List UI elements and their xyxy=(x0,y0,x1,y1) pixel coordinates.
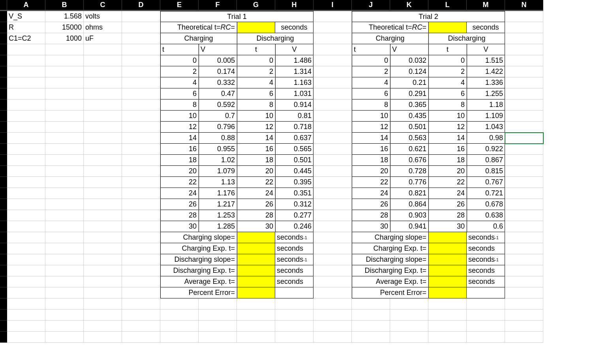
trial2-chg-t[interactable]: 2 xyxy=(352,66,390,77)
trial2-percent_error-unit[interactable] xyxy=(467,287,505,298)
trial1-dis-t[interactable]: 2 xyxy=(237,66,275,77)
trial2-dis-v[interactable]: 1.515 xyxy=(467,55,505,66)
trial2-dis-v[interactable]: 1.255 xyxy=(467,88,505,99)
cell[interactable] xyxy=(390,321,428,332)
cell[interactable] xyxy=(237,298,275,310)
row-stub[interactable] xyxy=(0,22,7,33)
trial2-dis-v[interactable]: 0.721 xyxy=(467,188,505,199)
trial2-dis-v-hdr[interactable]: V xyxy=(467,44,505,55)
row-stub[interactable] xyxy=(0,210,7,221)
trial1-chg-t[interactable]: 28 xyxy=(160,210,199,221)
trial1-chg-v[interactable]: 0.47 xyxy=(199,88,237,99)
trial1-chg-v[interactable]: 1.079 xyxy=(199,166,237,177)
cell[interactable] xyxy=(7,88,45,99)
cell[interactable] xyxy=(314,243,352,254)
cell[interactable] xyxy=(84,243,122,254)
cell[interactable] xyxy=(7,265,45,276)
cell[interactable] xyxy=(314,77,352,88)
row-stub[interactable] xyxy=(0,166,7,177)
cell[interactable] xyxy=(314,66,352,77)
trial2-dis-v[interactable]: 1.18 xyxy=(467,99,505,111)
trial1-chg-v[interactable]: 1.285 xyxy=(199,221,237,232)
row-stub[interactable] xyxy=(0,111,7,122)
cell[interactable] xyxy=(84,177,122,188)
trial1-chg-v[interactable]: 0.7 xyxy=(199,111,237,122)
cell[interactable] xyxy=(122,155,160,166)
trial2-chg-t[interactable]: 8 xyxy=(352,99,390,111)
trial1-dis-t[interactable]: 22 xyxy=(237,177,275,188)
trial1-average_exp-value[interactable] xyxy=(237,276,275,287)
trial2-dis-t[interactable]: 20 xyxy=(428,166,467,177)
row-stub[interactable] xyxy=(0,332,7,343)
cell[interactable] xyxy=(84,321,122,332)
row-stub[interactable] xyxy=(0,188,7,199)
col-header-K[interactable]: K xyxy=(390,0,428,11)
trial1-dis-v[interactable]: 0.81 xyxy=(275,111,314,122)
trial2-dis-v[interactable]: 0.922 xyxy=(467,144,505,155)
trial1-dis-v-hdr[interactable]: V xyxy=(275,44,314,55)
trial1-chg-v[interactable]: 0.796 xyxy=(199,122,237,133)
trial2-percent_error-label[interactable]: Percent Error= xyxy=(352,287,428,298)
trial2-discharging_exp-unit[interactable]: seconds xyxy=(467,265,505,276)
cell[interactable] xyxy=(505,22,543,33)
cell[interactable] xyxy=(505,88,543,99)
trial1-dis-t-hdr[interactable]: t xyxy=(237,44,275,55)
trial1-chg-v[interactable]: 1.253 xyxy=(199,210,237,221)
trial2-chg-v[interactable]: 0.621 xyxy=(390,144,428,155)
trial2-chg-t[interactable]: 0 xyxy=(352,55,390,66)
trial1-chg-t[interactable]: 4 xyxy=(160,77,199,88)
trial2-dis-v[interactable]: 0.6 xyxy=(467,221,505,232)
trial2-chg-t[interactable]: 14 xyxy=(352,133,390,144)
cell[interactable] xyxy=(505,11,543,22)
cell[interactable] xyxy=(122,66,160,77)
col-header-A[interactable]: A xyxy=(7,0,45,11)
trial1-dis-v[interactable]: 0.246 xyxy=(275,221,314,232)
trial2-dis-v[interactable]: 1.336 xyxy=(467,77,505,88)
cell[interactable] xyxy=(7,77,45,88)
trial1-discharging_slope-value[interactable] xyxy=(237,254,275,265)
trial2-charging_slope-value[interactable] xyxy=(428,232,467,243)
trial1-percent_error-value[interactable] xyxy=(237,287,275,298)
cell[interactable] xyxy=(45,243,84,254)
cell[interactable] xyxy=(122,122,160,133)
cell[interactable] xyxy=(7,133,45,144)
row-stub[interactable] xyxy=(0,265,7,276)
trial2-chg-v[interactable]: 0.821 xyxy=(390,188,428,199)
cell[interactable] xyxy=(45,287,84,298)
row-stub[interactable] xyxy=(0,232,7,243)
cell[interactable] xyxy=(160,298,199,310)
cell[interactable] xyxy=(428,298,467,310)
cell[interactable] xyxy=(122,210,160,221)
trial1-dis-t[interactable]: 8 xyxy=(237,99,275,111)
row-stub[interactable] xyxy=(0,77,7,88)
trial1-chg-t-hdr[interactable]: t xyxy=(160,44,199,55)
row-stub[interactable] xyxy=(0,133,7,144)
trial2-discharging_exp-label[interactable]: Discharging Exp. t= xyxy=(352,265,428,276)
trial2-discharging_exp-value[interactable] xyxy=(428,265,467,276)
cell[interactable] xyxy=(314,33,352,44)
trial1-title[interactable]: Trial 1 xyxy=(160,11,314,22)
cell[interactable] xyxy=(84,287,122,298)
cell[interactable] xyxy=(122,99,160,111)
cell[interactable] xyxy=(505,66,543,77)
cell[interactable] xyxy=(45,298,84,310)
trial1-chg-t[interactable]: 18 xyxy=(160,155,199,166)
trial1-average_exp-unit[interactable]: seconds xyxy=(275,276,314,287)
cell[interactable] xyxy=(45,77,84,88)
trial1-dis-v[interactable]: 0.351 xyxy=(275,188,314,199)
cell[interactable] xyxy=(314,332,352,343)
cell[interactable] xyxy=(467,310,505,321)
cell[interactable] xyxy=(122,133,160,144)
trial1-discharging_slope-label[interactable]: Discharging slope= xyxy=(160,254,237,265)
cell[interactable] xyxy=(314,232,352,243)
trial1-dis-t[interactable]: 20 xyxy=(237,166,275,177)
row-stub[interactable] xyxy=(0,221,7,232)
cell[interactable] xyxy=(122,332,160,343)
cell[interactable] xyxy=(505,122,543,133)
trial2-average_exp-unit[interactable]: seconds xyxy=(467,276,505,287)
cell[interactable] xyxy=(84,44,122,55)
trial2-dis-v[interactable]: 0.678 xyxy=(467,199,505,210)
trial2-dis-t[interactable]: 0 xyxy=(428,55,467,66)
cell[interactable] xyxy=(122,199,160,210)
row-stub[interactable] xyxy=(0,155,7,166)
